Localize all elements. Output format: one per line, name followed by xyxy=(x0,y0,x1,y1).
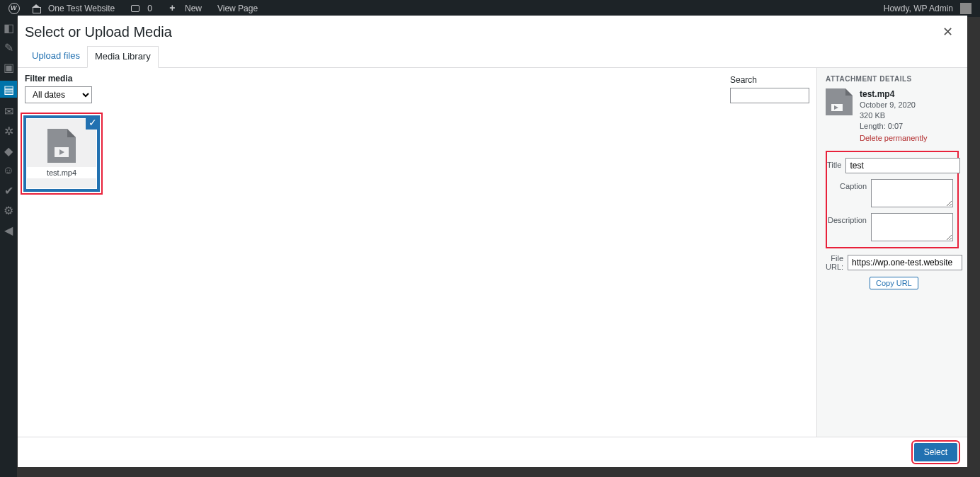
home-icon xyxy=(31,4,41,13)
fileurl-field-label: File URL: xyxy=(826,254,843,271)
wordpress-icon xyxy=(8,3,20,14)
menu-dashboard[interactable]: ◧ xyxy=(2,21,15,34)
fileurl-input[interactable] xyxy=(848,255,962,270)
search-input[interactable] xyxy=(730,88,809,103)
menu-settings[interactable]: ⚙ xyxy=(2,204,15,217)
modal-tabs: Upload files Media Library xyxy=(18,46,967,68)
search-label: Search xyxy=(730,75,809,85)
new-label: New xyxy=(181,4,206,13)
media-item[interactable]: test.mp4 ✓ xyxy=(23,115,100,192)
menu-users[interactable]: ☺ xyxy=(2,164,15,177)
caption-input[interactable] xyxy=(871,179,953,207)
menu-comments[interactable]: ✉ xyxy=(2,105,15,117)
menu-collapse[interactable]: ◀ xyxy=(2,224,15,236)
menu-media[interactable]: ▣ xyxy=(2,61,15,74)
modal-close-button[interactable]: ✕ xyxy=(940,24,956,40)
howdy-text: Howdy, WP Admin xyxy=(879,4,957,13)
menu-appearance[interactable]: ✲ xyxy=(2,125,15,137)
attachment-fields-highlight: Title Caption Description xyxy=(826,151,959,248)
attachment-filename: test.mp4 xyxy=(860,88,927,100)
menu-plugins[interactable]: ◆ xyxy=(2,144,15,157)
description-field-label: Description xyxy=(827,213,867,224)
view-page-link[interactable]: View Page xyxy=(213,4,262,13)
wp-logo[interactable] xyxy=(4,3,24,14)
modal-title: Select or Upload Media xyxy=(25,24,172,40)
comments-link[interactable]: 0 xyxy=(126,4,161,13)
media-modal: Select or Upload Media ✕ Upload files Me… xyxy=(18,16,967,467)
media-item-filename: test.mp4 xyxy=(27,167,96,178)
attachment-details-pane: ATTACHMENT DETAILS test.mp4 October 9, 2… xyxy=(817,68,967,437)
site-name: One Test Website xyxy=(44,4,119,13)
modal-footer: Select xyxy=(18,437,967,467)
video-file-icon xyxy=(47,129,76,163)
attachment-thumb-icon xyxy=(826,88,853,115)
delete-permanently-link[interactable]: Delete permanently xyxy=(860,133,927,144)
attachment-length: Length: 0:07 xyxy=(860,122,903,130)
attachment-meta: test.mp4 October 9, 2020 320 KB Length: … xyxy=(860,88,927,144)
howdy-link[interactable]: Howdy, WP Admin xyxy=(875,3,976,14)
media-item-selected-check[interactable]: ✓ xyxy=(86,115,100,130)
menu-tools[interactable]: ✔ xyxy=(2,184,15,197)
admin-bar: One Test Website 0 New View Page Howdy, … xyxy=(0,0,980,17)
caption-field-label: Caption xyxy=(827,179,867,190)
attachment-size: 320 KB xyxy=(860,111,885,120)
plus-icon xyxy=(168,4,178,13)
tab-upload-files[interactable]: Upload files xyxy=(25,46,87,67)
check-icon: ✓ xyxy=(89,117,97,128)
comment-icon xyxy=(130,4,140,13)
tab-media-library[interactable]: Media Library xyxy=(87,46,159,68)
media-grid: test.mp4 ✓ xyxy=(18,108,816,437)
media-library-pane: Filter media All dates Search test.mp4 xyxy=(18,68,817,437)
title-field-label: Title xyxy=(827,158,841,169)
menu-pages[interactable]: ▤ xyxy=(0,81,17,98)
admin-menu: ◧ ✎ ▣ ▤ ✉ ✲ ◆ ☺ ✔ ⚙ ◀ xyxy=(0,17,17,477)
site-name-link[interactable]: One Test Website xyxy=(27,4,123,13)
attachment-date: October 9, 2020 xyxy=(860,100,916,109)
new-link[interactable]: New xyxy=(164,4,210,13)
title-input[interactable] xyxy=(845,158,960,173)
filter-dates-select[interactable]: All dates xyxy=(25,86,92,103)
description-input[interactable] xyxy=(871,213,953,241)
modal-header: Select or Upload Media ✕ xyxy=(18,16,967,46)
menu-posts[interactable]: ✎ xyxy=(2,41,15,54)
attachment-details-heading: ATTACHMENT DETAILS xyxy=(826,75,959,83)
copy-url-button[interactable]: Copy URL xyxy=(870,277,918,289)
comment-count: 0 xyxy=(143,4,156,13)
avatar-icon xyxy=(960,3,972,14)
filter-media-label: Filter media xyxy=(25,74,92,84)
select-button[interactable]: Select xyxy=(914,443,957,461)
